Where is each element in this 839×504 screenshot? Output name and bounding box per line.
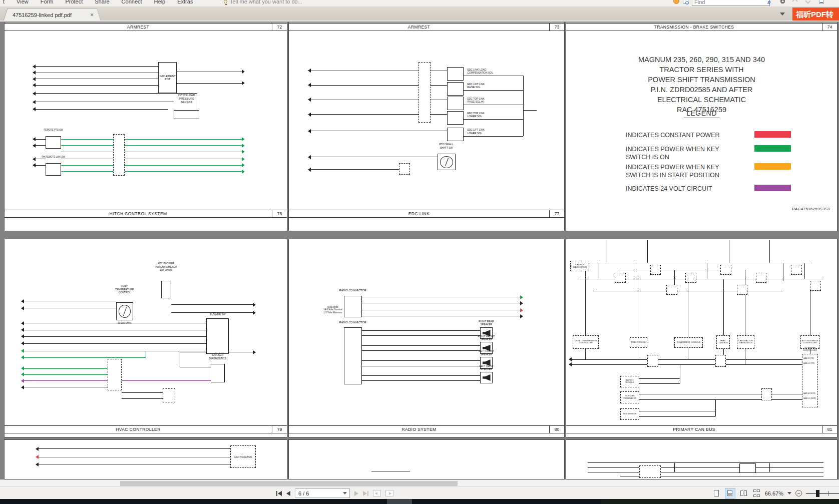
connector-box (438, 154, 456, 170)
wire (362, 310, 520, 310)
support-icon[interactable] (673, 0, 679, 4)
find-previous-icon[interactable] (792, 0, 797, 4)
diagram-label: RIGHT REAR SPEAKER (479, 320, 494, 326)
menu-item-connect[interactable]: Connect (122, 0, 142, 6)
connector-box (739, 463, 755, 473)
menu-item-share[interactable]: Share (95, 0, 109, 6)
legend-item-label: INDICATES CONSTANT POWER (626, 131, 750, 139)
connector-box (647, 355, 658, 367)
tell-me-assistant[interactable]: Tell me what you want to do... (224, 0, 302, 6)
find-input[interactable] (692, 0, 767, 6)
next-view-button[interactable] (385, 490, 393, 496)
diagram-label: HITCH LOAD PRESSURE SENSOR (178, 94, 195, 104)
wire (24, 357, 146, 358)
diagram-label: EDC LINK LOAD COMPENSATION SOL (467, 68, 493, 75)
connector-box (720, 265, 731, 275)
menu-item-view[interactable]: View (17, 0, 29, 6)
horizontal-scrollbar[interactable] (0, 479, 839, 486)
schematic-canvas (289, 440, 564, 479)
zoom-out-icon[interactable] (795, 490, 802, 496)
continuous-view-button[interactable] (725, 488, 735, 498)
sheet-title: RADIO SYSTEM (289, 427, 549, 432)
wire (639, 383, 680, 384)
find-next-icon[interactable] (805, 0, 810, 4)
sheet-title: HITCH CONTROL SYSTEM (5, 211, 272, 216)
horizontal-scrollbar-thumb[interactable] (120, 481, 458, 486)
taskbar-button[interactable] (387, 499, 412, 504)
wire (362, 366, 481, 366)
wire (680, 364, 680, 384)
document-tab[interactable]: 47516259-linked pdf.pdf × (3, 8, 101, 22)
wire (464, 90, 523, 91)
diagram-label: LEFT REAR SPEAKER (480, 364, 493, 371)
wire (715, 399, 716, 416)
wire (464, 76, 523, 76)
pdf-page-armrest-72: ARMREST 72 IMPLEMENT POTHITCH LOAD PRESS… (4, 22, 287, 231)
document-tab-inner: 47516259-linked pdf.pdf × (4, 9, 101, 22)
tab-close-icon[interactable]: × (87, 12, 101, 19)
wire (61, 159, 242, 159)
assistant-hint: Tell me what you want to do... (230, 0, 302, 6)
tab-list-dropdown-icon[interactable] (780, 13, 785, 18)
windows-taskbar[interactable] (0, 499, 839, 504)
legend-title-line: MAGNUM 235, 260, 290, 315 AND 340 (566, 55, 837, 65)
zoom-slider[interactable] (806, 490, 839, 497)
sheet-number: 72 (272, 24, 287, 31)
menu-item-t[interactable]: t (3, 0, 5, 6)
wire (122, 398, 163, 399)
connector-box (211, 364, 225, 383)
single-page-view-button[interactable] (712, 488, 721, 498)
connector-box (108, 359, 122, 390)
legend-color-swatch (754, 131, 791, 138)
search-document-icon[interactable] (683, 0, 688, 4)
wire (572, 359, 802, 360)
connector-box (639, 465, 661, 478)
component-box: TRACTOR ECU (630, 337, 647, 348)
find-options-gear-icon[interactable] (780, 0, 785, 4)
previous-page-button[interactable] (286, 491, 290, 496)
legend-item-label: INDICATES POWER WHEN KEY SWITCH IS ON (626, 145, 750, 161)
last-page-button[interactable] (363, 491, 368, 496)
zoom-dropdown-icon[interactable] (787, 492, 791, 496)
facing-view-button[interactable] (739, 488, 748, 498)
diagram-label: EDC TOP LINK RAISE SOL HI (467, 97, 484, 104)
schematic-canvas: CAN SCR DIAGNOSTICSCN1B - TRANSMISSION C… (566, 239, 837, 437)
zoom-slider-handle[interactable] (816, 490, 819, 497)
diagram-label: CAN HI (SCR) (803, 392, 815, 395)
diagram-label: EDC LIFT LINK LOWER SOL (467, 128, 485, 135)
previous-view-button[interactable] (373, 490, 381, 496)
wire (588, 467, 823, 468)
wire (729, 240, 729, 263)
chevron-down-icon[interactable] (343, 492, 347, 496)
schematic-canvas: CAN TRACTOR (5, 440, 287, 479)
wire (639, 378, 680, 379)
next-page-button[interactable] (354, 491, 358, 496)
component-box: HVAC CAN BUS (716, 335, 730, 349)
menu-item-help[interactable]: Help (154, 0, 166, 6)
wire (810, 291, 810, 335)
highlight-results-icon[interactable] (819, 0, 824, 4)
continuous-facing-view-button[interactable] (752, 488, 761, 498)
sheet-footer: PRIMARY CAN BUS 81 (566, 425, 837, 433)
wire (36, 93, 196, 94)
menu-item-extras[interactable]: Extras (177, 0, 193, 6)
diagram-label: RH REMOTE LINK SW (42, 156, 65, 159)
schematic-canvas: EDC LINK LOAD COMPENSATION SOLEDC LIFT L… (289, 23, 564, 231)
legend-item-label: INDICATES 24 VOLT CIRCUIT (626, 185, 750, 193)
wire (588, 472, 823, 472)
wire (24, 323, 206, 323)
wire (585, 271, 586, 335)
first-page-button[interactable] (276, 491, 282, 496)
pdf-convert-button[interactable]: 福昕PDF转 (792, 8, 839, 22)
document-area[interactable]: ARMREST 72 IMPLEMENT POTHITCH LOAD PRESS… (0, 22, 839, 479)
zoom-level[interactable]: 66.67% (765, 490, 783, 496)
find-field[interactable]: ⌕ (692, 0, 770, 6)
diagram-label: EDC LIFT LINK RAISE SOL (467, 83, 485, 89)
menu-item-protect[interactable]: Protect (65, 0, 83, 6)
page-number-combobox[interactable]: 6 / 6 (295, 488, 350, 498)
wire (24, 336, 206, 337)
find-search-icon[interactable]: ⌕ (767, 0, 772, 6)
menu-item-form[interactable]: Form (41, 0, 54, 6)
wire (36, 139, 46, 140)
legend-color-swatch (754, 185, 791, 191)
